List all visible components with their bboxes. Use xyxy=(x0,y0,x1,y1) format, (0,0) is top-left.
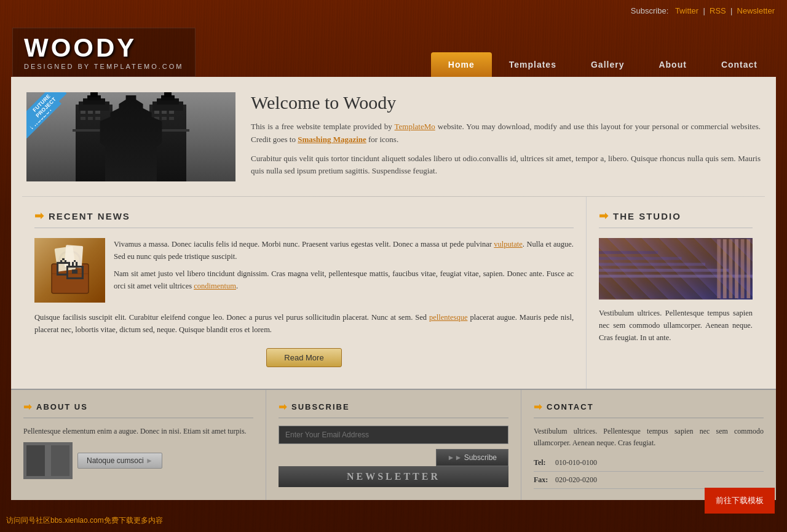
hero-para2: Curabitur quis velit quis tortor tincidu… xyxy=(251,153,761,178)
about-button[interactable]: Natoque cumsoci xyxy=(77,453,162,469)
hero-section: FUTURE PROJECT FUTURE PROJECT Welcome to… xyxy=(11,77,776,196)
news-text: Vivamus a massa. Donec iaculis felis id … xyxy=(114,238,574,303)
contact-arrow: ➡ xyxy=(534,401,543,413)
recent-news-title: RECENT NEWS xyxy=(49,211,130,221)
contact-heading: ➡ CONTACT xyxy=(534,401,764,418)
twitter-link[interactable]: Twitter xyxy=(675,6,698,15)
sidebar: ➡ THE STUDIO xyxy=(587,197,765,389)
svg-rect-35 xyxy=(65,245,83,268)
svg-rect-21 xyxy=(88,117,93,120)
subscribe-arrow: ➡ xyxy=(279,401,288,413)
svg-rect-49 xyxy=(26,445,45,476)
download-button[interactable]: 前往下载模板 xyxy=(705,488,775,514)
read-more-button[interactable]: Read More xyxy=(266,348,341,367)
svg-rect-50 xyxy=(51,445,69,476)
svg-rect-25 xyxy=(169,111,174,114)
nav-home[interactable]: Home xyxy=(431,52,492,77)
nav-contact[interactable]: Contact xyxy=(704,52,775,77)
svg-rect-39 xyxy=(599,263,705,266)
about-text: Pellentesque elementum enim a augue. Don… xyxy=(23,426,253,437)
svg-rect-32 xyxy=(73,261,77,269)
subscribe-email-input[interactable] xyxy=(279,426,508,444)
contact-text: Vestibulum ultrices. Pellentesque tempus… xyxy=(534,426,764,449)
news-para3: Quisque facilisis suscipit elit. Curabit… xyxy=(34,311,574,336)
about-image xyxy=(23,442,73,479)
hero-image-wrapper: FUTURE PROJECT FUTURE PROJECT xyxy=(26,92,235,181)
svg-rect-6 xyxy=(90,92,98,97)
svg-rect-26 xyxy=(154,117,159,120)
recent-news-arrow: ➡ xyxy=(34,209,44,223)
studio-title: THE STUDIO xyxy=(613,211,681,221)
watermark: 访问同号社区bbs.xienlao.com免费下载更多内容 xyxy=(6,515,163,526)
svg-rect-43 xyxy=(723,239,727,298)
smashing-link[interactable]: Smashing Magazine xyxy=(298,135,366,144)
subscribe-button[interactable]: Subscribe xyxy=(436,449,508,466)
main-nav: Home Templates Gallery About Contact xyxy=(431,49,787,77)
svg-rect-15 xyxy=(106,134,113,144)
nav-about[interactable]: About xyxy=(641,52,703,77)
footer-subscribe: ➡ SUBSCRIBE Subscribe NEWSLETTER xyxy=(266,390,521,499)
hero-para1: This is a free website template provided… xyxy=(251,121,761,146)
svg-rect-24 xyxy=(162,111,167,114)
svg-rect-27 xyxy=(162,117,167,120)
footer-section: ➡ ABOUT US Pellentesque elementum enim a… xyxy=(11,389,776,499)
svg-rect-30 xyxy=(52,264,89,293)
nav-gallery[interactable]: Gallery xyxy=(574,52,641,77)
svg-rect-36 xyxy=(599,239,753,298)
tel-value: 010-010-0100 xyxy=(555,458,597,467)
news-link1[interactable]: vulputate xyxy=(494,240,523,248)
rss-link[interactable]: RSS xyxy=(710,6,726,15)
news-link2[interactable]: condimentum xyxy=(194,282,236,290)
hero-text: Welcome to Woody This is a free website … xyxy=(251,92,761,184)
svg-rect-40 xyxy=(599,257,682,260)
svg-rect-46 xyxy=(741,239,745,298)
svg-rect-47 xyxy=(746,239,750,298)
svg-rect-2 xyxy=(76,105,113,181)
nav-templates[interactable]: Templates xyxy=(492,52,574,77)
fax-label: Fax: xyxy=(534,475,555,485)
header-top: Subscribe: Twitter | RSS | Newsletter xyxy=(0,0,787,22)
contact-fax-row: Fax: 020-020-0200 xyxy=(534,472,764,489)
content-section: ➡ RECENT NEWS xyxy=(22,197,765,389)
fax-value: 020-020-0200 xyxy=(555,475,597,485)
subscribe-heading: ➡ SUBSCRIBE xyxy=(279,401,508,418)
news-thumbnail xyxy=(34,238,105,303)
logo-sub: DESIGNED BY TEMPLATEMO.COM xyxy=(24,63,184,70)
recent-news-heading: ➡ RECENT NEWS xyxy=(34,209,574,228)
svg-rect-14 xyxy=(109,137,152,141)
about-arrow: ➡ xyxy=(23,401,33,413)
news-para1: Vivamus a massa. Donec iaculis felis id … xyxy=(114,238,574,263)
read-more-wrapper: Read More xyxy=(34,342,574,376)
news-item: Vivamus a massa. Donec iaculis felis id … xyxy=(34,238,574,303)
svg-rect-22 xyxy=(95,117,100,120)
templatemo-link[interactable]: TemplateMo xyxy=(395,122,435,131)
studio-image xyxy=(599,238,753,300)
svg-rect-42 xyxy=(717,239,721,298)
subscribe-label: Subscribe: xyxy=(631,6,668,15)
svg-rect-7 xyxy=(73,129,116,132)
contact-tel-row: Tel: 010-010-0100 xyxy=(534,455,764,472)
logo-text: WOODY xyxy=(24,33,136,63)
svg-rect-41 xyxy=(599,251,658,254)
svg-rect-18 xyxy=(88,111,93,114)
newsletter-bar: NEWSLETTER xyxy=(279,466,508,487)
svg-rect-16 xyxy=(149,134,156,144)
svg-rect-19 xyxy=(95,111,100,114)
svg-rect-45 xyxy=(735,239,738,298)
svg-rect-31 xyxy=(62,261,67,269)
svg-rect-12 xyxy=(164,92,172,97)
news-para2: Nam sit amet justo vel libero tincidunt … xyxy=(114,268,574,292)
news-link3[interactable]: pellentesque xyxy=(429,313,467,322)
svg-rect-37 xyxy=(599,275,753,278)
studio-arrow: ➡ xyxy=(599,209,608,223)
studio-heading: ➡ THE STUDIO xyxy=(599,209,753,228)
main-content: ➡ RECENT NEWS xyxy=(22,197,587,389)
svg-rect-17 xyxy=(81,111,85,114)
newsletter-link[interactable]: Newsletter xyxy=(737,6,775,15)
svg-rect-28 xyxy=(169,117,174,120)
hero-title: Welcome to Woody xyxy=(251,92,761,113)
section-divider xyxy=(22,196,765,197)
news-full-text: Quisque facilisis suscipit elit. Curabit… xyxy=(34,311,574,336)
footer-contact: ➡ CONTACT Vestibulum ultrices. Pellentes… xyxy=(521,390,776,499)
svg-rect-38 xyxy=(599,269,729,272)
